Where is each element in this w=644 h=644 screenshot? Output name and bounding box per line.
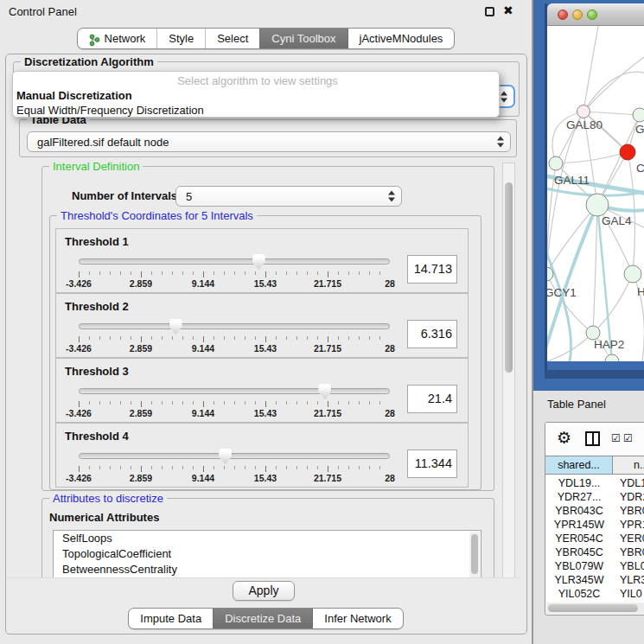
network-icon	[89, 34, 100, 47]
control-panel-titlebar: Control Panel ✖	[0, 0, 532, 22]
cell-name[interactable]: YDR2	[613, 490, 644, 504]
attributes-list[interactable]: SelfLoopsTopologicalCoefficientBetweenne…	[53, 530, 481, 577]
minimize-traffic-light-icon[interactable]	[572, 10, 583, 20]
cell-name[interactable]: YDL1	[613, 476, 644, 490]
list-scrollbar[interactable]	[469, 532, 480, 577]
slider-thumb[interactable]	[318, 384, 331, 399]
cell-name[interactable]: YBR0	[613, 504, 644, 518]
node-gal4[interactable]	[586, 194, 609, 216]
table-row[interactable]: YBR045CYBR0	[545, 545, 644, 559]
slider-thumb[interactable]	[252, 254, 265, 270]
threshold-value-field[interactable]: 11.344	[407, 450, 457, 478]
attribute-list-item[interactable]: SelfLoops	[54, 531, 481, 546]
threshold-label: Threshold 3	[65, 365, 129, 378]
scrollbar-thumb[interactable]	[548, 604, 638, 612]
algorithm-dropdown-popup: Select algorithm to view settings Manual…	[12, 71, 500, 118]
table-row[interactable]: YLR345WYLR3	[545, 573, 644, 587]
cell-shared-name[interactable]: YLR345W	[545, 573, 613, 587]
gear-icon[interactable]: ⚙	[557, 428, 571, 447]
column-header-shared-name[interactable]: shared...	[545, 456, 613, 474]
threshold-value-field[interactable]: 21.4	[407, 385, 457, 413]
node-red-selected[interactable]	[620, 144, 635, 160]
table-data-combobox[interactable]: galFiltered.sif default node	[27, 131, 511, 152]
checkbox-icon[interactable]: ☑	[623, 432, 633, 444]
bottom-tab-bar: Impute Data Discretize Data Infer Networ…	[0, 608, 532, 629]
table-row[interactable]: YDL19...YDL1	[545, 476, 644, 490]
table-row[interactable]: YBR043CYBR0	[545, 504, 644, 518]
num-intervals-value: 5	[186, 190, 192, 203]
apply-button[interactable]: Apply	[233, 581, 295, 601]
threshold-value-field[interactable]: 6.316	[407, 320, 457, 348]
threshold-label: Threshold 2	[65, 300, 129, 313]
tick-label: -3.426	[66, 278, 92, 289]
table-row[interactable]: YIL052CYIL0	[545, 587, 644, 601]
node-gal11[interactable]	[549, 156, 563, 170]
slider-ticks	[79, 401, 390, 407]
attribute-list-item[interactable]: TopologicalCoefficient	[54, 546, 481, 562]
cell-name[interactable]: YIL0	[613, 587, 644, 601]
slider-tick-labels: -3.4262.8599.14415.4321.71528	[79, 473, 390, 483]
table-row[interactable]: YDR27...YDR2	[545, 490, 644, 504]
table-row[interactable]: YBL079WYBL0	[545, 559, 644, 573]
cell-shared-name[interactable]: YIL052C	[545, 587, 613, 601]
dropdown-option-manual[interactable]: Manual Discretization	[13, 88, 499, 103]
threshold-slider[interactable]	[79, 319, 390, 335]
tab-network[interactable]: Network	[78, 29, 157, 48]
slider-thumb[interactable]	[169, 319, 182, 335]
tab-discretize-data[interactable]: Discretize Data	[213, 609, 312, 628]
tab-select[interactable]: Select	[205, 29, 259, 48]
cell-shared-name[interactable]: YBL079W	[545, 559, 613, 573]
column-header-name[interactable]: n...	[613, 456, 644, 474]
float-window-icon[interactable]	[485, 7, 494, 16]
threshold-slider[interactable]	[79, 254, 390, 270]
table-row[interactable]: YER054CYER0	[545, 532, 644, 545]
numerical-attributes-label: Numerical Attributes	[49, 511, 159, 524]
tick-label: 2.859	[130, 408, 152, 418]
dropdown-option-equal-width[interactable]: Equal Width/Frequency Discretization	[13, 103, 499, 118]
node-g[interactable]	[633, 108, 644, 122]
cell-shared-name[interactable]: YER054C	[545, 532, 613, 545]
slider-tick-labels: -3.4262.8599.14415.4321.71528	[79, 408, 390, 418]
node-gal80[interactable]	[577, 105, 590, 118]
close-traffic-light-icon[interactable]	[558, 10, 568, 20]
cell-name[interactable]: YBR0	[613, 545, 644, 559]
table-horizontal-scrollbar[interactable]	[546, 603, 644, 614]
threshold-slider[interactable]	[79, 384, 390, 399]
tab-infer-network[interactable]: Infer Network	[312, 609, 402, 628]
table-row[interactable]: YPR145WYPR1	[545, 518, 644, 532]
threshold-value-field[interactable]: 14.713	[407, 255, 457, 284]
network-view-window: GAL80 G C GAL11 GAL4 GCY1 H HAP2	[545, 3, 644, 370]
num-intervals-combobox[interactable]: 5	[175, 186, 402, 207]
slider-ticks	[79, 271, 390, 277]
close-icon[interactable]: ✖	[503, 3, 513, 17]
cell-name[interactable]: YBL0	[613, 559, 644, 573]
threshold-slider[interactable]	[79, 449, 390, 464]
tick-label: 21.715	[314, 343, 341, 354]
settings-scroll-area: Interval Definition Number of Intervals …	[0, 161, 501, 577]
tab-impute-data[interactable]: Impute Data	[129, 609, 213, 628]
cell-shared-name[interactable]: YDL19...	[545, 476, 613, 490]
cell-name[interactable]: YER0	[613, 532, 644, 545]
zoom-traffic-light-icon[interactable]	[587, 10, 597, 20]
scrollbar-thumb[interactable]	[505, 182, 513, 373]
node-h[interactable]	[624, 265, 641, 283]
cell-shared-name[interactable]: YBR043C	[545, 504, 613, 518]
tab-jactivemnodules[interactable]: jActiveMNodules	[348, 29, 455, 48]
cell-shared-name[interactable]: YBR045C	[545, 545, 613, 559]
attribute-list-item[interactable]: BetweennessCentrality	[54, 562, 481, 577]
node-partial[interactable]	[605, 354, 619, 361]
content-scrollbar[interactable]	[502, 163, 515, 602]
columns-icon[interactable]	[585, 431, 600, 446]
cell-name[interactable]: YLR3	[613, 573, 644, 587]
network-canvas[interactable]: GAL80 G C GAL11 GAL4 GCY1 H HAP2	[547, 26, 644, 361]
tab-style[interactable]: Style	[156, 29, 205, 48]
dropdown-placeholder-option[interactable]: Select algorithm to view settings	[13, 73, 499, 88]
tab-cyni-toolbox[interactable]: Cyni Toolbox	[259, 29, 347, 48]
checkbox-icon[interactable]: ☑	[611, 432, 621, 444]
cell-shared-name[interactable]: YDR27...	[545, 490, 613, 504]
cell-name[interactable]: YPR1	[613, 518, 644, 532]
slider-thumb[interactable]	[219, 449, 232, 464]
cell-shared-name[interactable]: YPR145W	[545, 518, 613, 532]
scrollbar-thumb[interactable]	[471, 534, 478, 574]
interval-definition-group: Interval Definition Number of Intervals …	[41, 166, 494, 491]
